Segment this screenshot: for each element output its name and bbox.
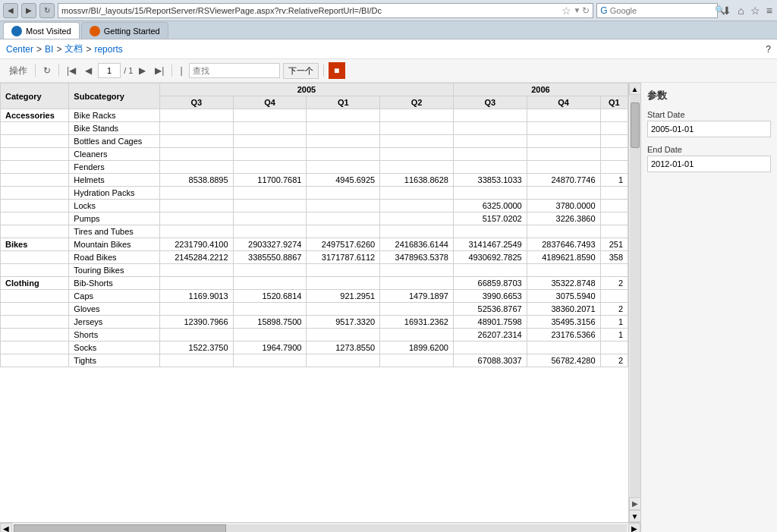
table-row: Locks6325.00003780.0000 [1, 200, 628, 212]
horizontal-scrollbar[interactable]: ◀ ▶ [0, 522, 640, 532]
dropdown-icon[interactable]: ▼ [573, 6, 580, 14]
breadcrumb-bi[interactable]: BI [45, 44, 53, 55]
cell-q2_06 [380, 225, 454, 238]
scroll-left-arrow[interactable]: ◀ [0, 523, 12, 533]
cell-q3_05: 12390.7966 [159, 316, 233, 329]
report-area: Category Subcategory 2005 2006 Q3 Q4 Q1 … [0, 83, 640, 532]
main-layout: Category Subcategory 2005 2006 Q3 Q4 Q1 … [0, 83, 777, 532]
cell-q4_05 [233, 187, 307, 200]
toolbar-settings-button[interactable]: 操作 [6, 63, 30, 79]
refresh-button[interactable]: ↻ [39, 3, 55, 18]
cell-q4_05 [233, 212, 307, 225]
scroll-thumb[interactable] [631, 102, 640, 148]
end-date-input[interactable] [647, 156, 771, 172]
cell-category [1, 251, 69, 264]
table-wrapper: Category Subcategory 2005 2006 Q3 Q4 Q1 … [0, 83, 640, 522]
nav-last-button[interactable]: ▶| [152, 64, 167, 77]
find-next-button[interactable]: 下一个 [283, 63, 319, 79]
breadcrumb-sep1: > [36, 44, 42, 55]
cell-q2_06 [380, 122, 454, 135]
end-date-group: End Date [647, 145, 771, 172]
home-button[interactable]: ⌂ [736, 3, 745, 18]
cell-q4_06 [527, 161, 600, 174]
tab-favicon-1 [11, 26, 22, 36]
cell-q2_06 [380, 148, 454, 161]
breadcrumb-reports[interactable]: reports [94, 44, 122, 55]
tab-most-visited[interactable]: Most Visited [3, 22, 80, 39]
breadcrumb-sep2: > [56, 44, 61, 55]
cell-q4_05 [233, 303, 307, 316]
cell-q4_06: 3226.3860 [527, 212, 600, 225]
search-input[interactable] [610, 6, 715, 15]
download-button[interactable]: ⬇ [721, 3, 733, 18]
cell-q4_06: 2837646.7493 [527, 238, 600, 251]
breadcrumb-sep3: > [86, 44, 91, 55]
star-icon[interactable]: ☆ [562, 5, 571, 17]
breadcrumb-center[interactable]: Center [6, 44, 33, 55]
cell-q1_07 [600, 290, 628, 303]
nav-next-button[interactable]: ▶ [136, 64, 149, 77]
right-panel: 参数 Start Date End Date [640, 83, 777, 532]
table-row: Hydration Packs [1, 187, 628, 200]
back-button[interactable]: ◀ [3, 3, 18, 18]
scroll-h-thumb[interactable] [14, 524, 226, 533]
table-container: Category Subcategory 2005 2006 Q3 Q4 Q1 … [0, 83, 628, 522]
cell-q2_06 [380, 200, 454, 212]
cell-q3_05 [159, 161, 233, 174]
more-button[interactable]: ≡ [765, 3, 774, 18]
cell-q1_06: 4945.6925 [307, 174, 380, 187]
scroll-right-arrow-h[interactable]: ▶ [628, 523, 640, 533]
cell-q2_06 [380, 161, 454, 174]
tab-getting-started[interactable]: Getting Started [81, 22, 168, 39]
cell-q4_05 [233, 161, 307, 174]
export-button[interactable]: ■ [329, 62, 345, 79]
toolbar-sep3 [171, 65, 172, 77]
cell-q3_06: 6325.0000 [453, 200, 527, 212]
cell-category [1, 342, 69, 354]
toolbar-refresh-button[interactable]: ↻ [40, 64, 54, 77]
cell-q3_06: 5157.0202 [453, 212, 527, 225]
cell-subcategory: Shorts [69, 329, 159, 342]
refresh-icon[interactable]: ↻ [582, 5, 590, 16]
cell-subcategory: Mountain Bikes [69, 238, 159, 251]
help-icon[interactable]: ? [766, 44, 771, 55]
cell-q1_06 [307, 303, 380, 316]
cell-q2_06: 1899.6200 [380, 342, 454, 354]
cell-q1_06 [307, 187, 380, 200]
cell-q4_05 [233, 354, 307, 367]
cell-q4_05: 15898.7500 [233, 316, 307, 329]
scroll-down-arrow[interactable]: ▼ [629, 510, 641, 522]
bookmark-button[interactable]: ☆ [749, 3, 762, 18]
tabs-bar: Most Visited Getting Started [0, 21, 777, 39]
vertical-scrollbar[interactable]: ▲ ▶ ▼ [628, 83, 640, 522]
nav-prev-button[interactable]: ◀ [82, 64, 95, 77]
forward-button[interactable]: ▶ [21, 3, 36, 18]
cell-category [1, 303, 69, 316]
col-q2-06: Q2 [380, 96, 454, 109]
address-bar[interactable]: mossvr/BI/_layouts/15/ReportServer/RSVie… [58, 3, 593, 18]
scroll-up-arrow[interactable]: ▲ [629, 83, 641, 95]
cell-q3_06 [453, 187, 527, 200]
nav-first-button[interactable]: |◀ [64, 64, 79, 77]
cell-q1_06 [307, 122, 380, 135]
page-number-input[interactable]: 1 [98, 63, 121, 78]
col-header-category: Category [1, 83, 69, 109]
cell-q1_07 [600, 212, 628, 225]
page-total: / 1 [124, 66, 133, 75]
cell-q4_05: 2903327.9274 [233, 238, 307, 251]
cell-q4_05 [233, 264, 307, 277]
toolbar-sep2 [58, 65, 59, 77]
cell-q1_07: 358 [600, 251, 628, 264]
breadcrumb-docs[interactable]: 文档 [64, 42, 83, 55]
search-bar[interactable]: G 🔍 [596, 3, 718, 18]
find-input[interactable] [189, 63, 280, 78]
start-date-input[interactable] [647, 121, 771, 137]
scroll-right-arrow[interactable]: ▶ [629, 497, 641, 510]
cell-q3_06 [453, 109, 527, 122]
cell-q2_06: 3478963.5378 [380, 251, 454, 264]
col-header-2006: 2006 [453, 83, 628, 96]
panel-title: 参数 [647, 89, 771, 102]
cell-subcategory: Gloves [69, 303, 159, 316]
table-row: Road Bikes2145284.22123385550.8867317178… [1, 251, 628, 264]
cell-q3_05 [159, 329, 233, 342]
